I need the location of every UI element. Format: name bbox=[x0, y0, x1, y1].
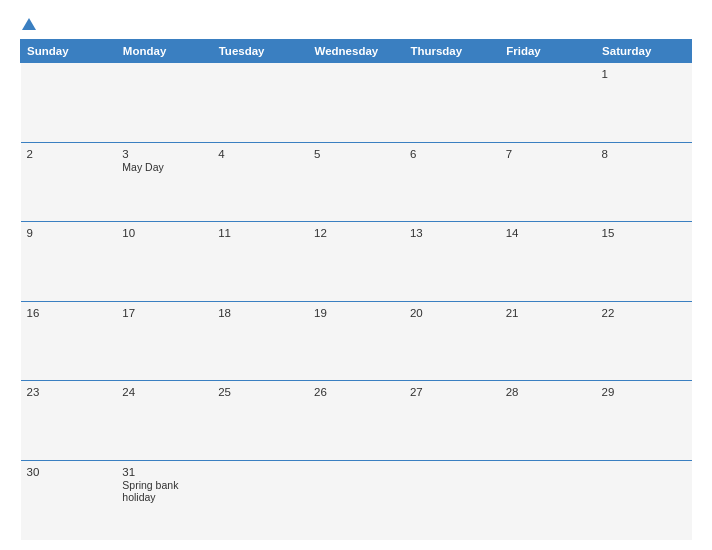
calendar-cell: 20 bbox=[404, 301, 500, 381]
day-number: 15 bbox=[602, 227, 686, 239]
weekday-header-tuesday: Tuesday bbox=[212, 40, 308, 63]
day-number: 21 bbox=[506, 307, 590, 319]
week-row-4: 16171819202122 bbox=[21, 301, 692, 381]
logo bbox=[20, 18, 36, 31]
day-number: 14 bbox=[506, 227, 590, 239]
calendar-cell bbox=[116, 63, 212, 143]
calendar-cell: 3May Day bbox=[116, 142, 212, 222]
week-row-5: 23242526272829 bbox=[21, 381, 692, 461]
day-number: 23 bbox=[27, 386, 111, 398]
calendar-cell: 4 bbox=[212, 142, 308, 222]
event-label: Spring bank holiday bbox=[122, 479, 206, 503]
calendar-cell: 16 bbox=[21, 301, 117, 381]
weekday-header-saturday: Saturday bbox=[596, 40, 692, 63]
calendar-cell: 27 bbox=[404, 381, 500, 461]
calendar-cell: 26 bbox=[308, 381, 404, 461]
calendar-cell: 19 bbox=[308, 301, 404, 381]
weekday-header-sunday: Sunday bbox=[21, 40, 117, 63]
logo-line1 bbox=[20, 18, 36, 31]
day-number: 4 bbox=[218, 148, 302, 160]
day-number: 5 bbox=[314, 148, 398, 160]
day-number: 26 bbox=[314, 386, 398, 398]
day-number: 27 bbox=[410, 386, 494, 398]
day-number: 6 bbox=[410, 148, 494, 160]
weekday-header-wednesday: Wednesday bbox=[308, 40, 404, 63]
week-row-6: 3031Spring bank holiday bbox=[21, 460, 692, 540]
calendar-table: SundayMondayTuesdayWednesdayThursdayFrid… bbox=[20, 39, 692, 540]
calendar-cell: 28 bbox=[500, 381, 596, 461]
day-number: 20 bbox=[410, 307, 494, 319]
calendar-cell: 8 bbox=[596, 142, 692, 222]
calendar-cell: 23 bbox=[21, 381, 117, 461]
weekday-header-friday: Friday bbox=[500, 40, 596, 63]
calendar-cell: 11 bbox=[212, 222, 308, 302]
calendar-cell bbox=[308, 63, 404, 143]
day-number: 9 bbox=[27, 227, 111, 239]
calendar-cell: 5 bbox=[308, 142, 404, 222]
calendar-cell bbox=[596, 460, 692, 540]
calendar-cell: 24 bbox=[116, 381, 212, 461]
weekday-header-thursday: Thursday bbox=[404, 40, 500, 63]
calendar-cell: 29 bbox=[596, 381, 692, 461]
calendar-cell bbox=[308, 460, 404, 540]
logo-triangle-icon bbox=[22, 18, 36, 30]
calendar-cell bbox=[21, 63, 117, 143]
day-number: 2 bbox=[27, 148, 111, 160]
calendar-cell bbox=[404, 63, 500, 143]
day-number: 29 bbox=[602, 386, 686, 398]
day-number: 11 bbox=[218, 227, 302, 239]
week-row-3: 9101112131415 bbox=[21, 222, 692, 302]
calendar-cell: 12 bbox=[308, 222, 404, 302]
day-number: 13 bbox=[410, 227, 494, 239]
calendar-cell: 13 bbox=[404, 222, 500, 302]
calendar-cell: 6 bbox=[404, 142, 500, 222]
day-number: 7 bbox=[506, 148, 590, 160]
calendar-cell: 7 bbox=[500, 142, 596, 222]
calendar-cell: 2 bbox=[21, 142, 117, 222]
calendar-cell bbox=[212, 460, 308, 540]
day-number: 19 bbox=[314, 307, 398, 319]
calendar-cell: 15 bbox=[596, 222, 692, 302]
header bbox=[20, 18, 692, 31]
calendar-cell bbox=[500, 63, 596, 143]
day-number: 10 bbox=[122, 227, 206, 239]
calendar-cell: 30 bbox=[21, 460, 117, 540]
day-number: 3 bbox=[122, 148, 206, 160]
day-number: 16 bbox=[27, 307, 111, 319]
calendar-cell bbox=[404, 460, 500, 540]
day-number: 8 bbox=[602, 148, 686, 160]
day-number: 17 bbox=[122, 307, 206, 319]
week-row-2: 23May Day45678 bbox=[21, 142, 692, 222]
calendar-cell: 21 bbox=[500, 301, 596, 381]
day-number: 18 bbox=[218, 307, 302, 319]
day-number: 22 bbox=[602, 307, 686, 319]
day-number: 12 bbox=[314, 227, 398, 239]
calendar-cell bbox=[212, 63, 308, 143]
event-label: May Day bbox=[122, 161, 206, 173]
day-number: 1 bbox=[602, 68, 686, 80]
day-number: 30 bbox=[27, 466, 111, 478]
calendar-cell: 18 bbox=[212, 301, 308, 381]
calendar-cell: 14 bbox=[500, 222, 596, 302]
calendar-cell: 25 bbox=[212, 381, 308, 461]
day-number: 31 bbox=[122, 466, 206, 478]
calendar-cell: 22 bbox=[596, 301, 692, 381]
calendar-cell: 10 bbox=[116, 222, 212, 302]
calendar-page: SundayMondayTuesdayWednesdayThursdayFrid… bbox=[0, 0, 712, 550]
day-number: 24 bbox=[122, 386, 206, 398]
day-number: 28 bbox=[506, 386, 590, 398]
calendar-cell bbox=[500, 460, 596, 540]
week-row-1: 1 bbox=[21, 63, 692, 143]
day-number: 25 bbox=[218, 386, 302, 398]
weekday-header-monday: Monday bbox=[116, 40, 212, 63]
calendar-cell: 17 bbox=[116, 301, 212, 381]
calendar-cell: 31Spring bank holiday bbox=[116, 460, 212, 540]
calendar-cell: 9 bbox=[21, 222, 117, 302]
calendar-cell: 1 bbox=[596, 63, 692, 143]
weekday-header-row: SundayMondayTuesdayWednesdayThursdayFrid… bbox=[21, 40, 692, 63]
